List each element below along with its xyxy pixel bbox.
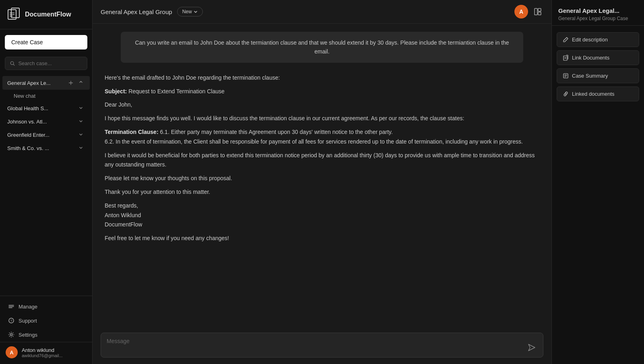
send-button[interactable] (526, 342, 537, 353)
edit-icon (563, 37, 569, 43)
email-subject: Subject: Request to Extend Termination C… (105, 87, 539, 97)
manage-nav-item[interactable]: Manage (2, 300, 90, 313)
email-body-4: Thank you for your attention to this mat… (105, 187, 539, 197)
search-icon (10, 61, 15, 66)
assistant-intro: Here's the email drafted to John Doe reg… (105, 73, 539, 83)
add-chat-button-general-apex[interactable] (66, 79, 75, 86)
user-name: Anton wiklund (22, 347, 63, 353)
edit-description-label: Edit description (572, 37, 608, 43)
case-name-global-health: Global Health S... (7, 105, 48, 111)
chat-area: Can you write an email to John Doe about… (93, 24, 551, 326)
layout-icon (534, 8, 542, 16)
sidebar: DocumentFlow Create Case General Apex Le… (0, 0, 93, 364)
svg-rect-17 (538, 12, 541, 15)
status-label: New (182, 9, 192, 14)
link-documents-label: Link Documents (572, 55, 609, 61)
case-name-greenfield: Greenfield Enter... (7, 132, 50, 138)
svg-rect-15 (535, 8, 537, 15)
case-name-smith: Smith & Co. vs. ... (7, 145, 49, 151)
search-input[interactable] (18, 60, 82, 66)
input-area (93, 326, 551, 364)
layout-toggle-button[interactable] (532, 6, 543, 17)
support-nav-item[interactable]: ? Support (2, 314, 90, 327)
expand-button-global-health[interactable] (77, 105, 85, 111)
right-panel-subtitle: General Apex Legal Group Case (558, 16, 638, 21)
email-body-1: I hope this message finds you well. I wo… (105, 114, 539, 123)
right-panel-title: General Apex Legal... (558, 7, 638, 14)
header-avatar[interactable]: A (514, 5, 528, 19)
termination-clause: Termination Clause: 6.1. Either party ma… (105, 128, 539, 147)
sig-company: DocumentFlow (105, 221, 142, 228)
create-case-label: Create Case (11, 39, 43, 45)
support-icon: ? (8, 317, 14, 324)
chevron-down-icon (194, 10, 198, 14)
chat-title: General Apex Legal Group (101, 8, 172, 15)
case-list: General Apex Le... New chat Global Healt… (0, 74, 92, 296)
sidebar-bottom: Manage ? Support Settings A Anton wiklun… (0, 296, 92, 364)
user-message: Can you write an email to John Doe about… (121, 32, 523, 63)
subject-label: Subject: (105, 88, 127, 95)
expand-button-greenfield[interactable] (77, 132, 85, 138)
termination-6-1: 6.1. Either party may terminate this Agr… (160, 129, 392, 135)
case-summary-button[interactable]: Case Summary (557, 68, 639, 83)
svg-line-6 (13, 64, 14, 65)
manage-label: Manage (19, 304, 37, 310)
svg-text:?: ? (10, 319, 12, 323)
svg-rect-16 (538, 8, 541, 11)
termination-6-2: 6.2. In the event of termination, the Cl… (105, 138, 523, 145)
send-icon (528, 343, 536, 352)
link-doc-icon (563, 55, 569, 61)
user-email: awiklund76@gmail... (22, 353, 63, 358)
app-name: DocumentFlow (25, 11, 71, 18)
link-documents-button[interactable]: Link Documents (557, 50, 639, 65)
status-badge[interactable]: New (177, 7, 203, 16)
case-item-greenfield[interactable]: Greenfield Enter... (2, 128, 90, 141)
case-name-johnson: Johnson vs. Atl... (7, 119, 47, 125)
sub-item-label: New chat (14, 93, 35, 99)
termination-label: Termination Clause: (105, 129, 159, 135)
assistant-message: Here's the email drafted to John Doe reg… (105, 69, 539, 247)
summary-icon (563, 73, 569, 79)
case-item-general-apex[interactable]: General Apex Le... (2, 76, 90, 90)
main-content: General Apex Legal Group New A (93, 0, 551, 364)
right-panel: General Apex Legal... General Apex Legal… (551, 0, 644, 364)
case-item-global-health[interactable]: Global Health S... (2, 102, 90, 115)
case-item-smith[interactable]: Smith & Co. vs. ... (2, 142, 90, 154)
settings-nav-item[interactable]: Settings (2, 328, 90, 341)
chat-header: General Apex Legal Group New A (93, 0, 551, 24)
right-panel-actions: Edit description Link Documents Case Sum… (552, 26, 644, 108)
sub-item-new-chat[interactable]: New chat (2, 90, 90, 101)
right-panel-header: General Apex Legal... General Apex Legal… (552, 0, 644, 26)
email-closing: Best regards, Anton Wiklund DocumentFlow (105, 201, 539, 230)
settings-label: Settings (19, 332, 37, 338)
case-item-johnson[interactable]: Johnson vs. Atl... (2, 115, 90, 128)
support-label: Support (19, 318, 37, 324)
svg-point-14 (10, 334, 12, 336)
case-name-general-apex: General Apex Le... (7, 80, 51, 86)
logo-icon (6, 7, 21, 22)
linked-documents-button[interactable]: Linked documents (557, 86, 639, 101)
sig-name: Anton Wiklund (105, 212, 141, 218)
message-input[interactable] (107, 337, 522, 353)
expand-button-johnson[interactable] (77, 118, 85, 125)
create-case-button[interactable]: Create Case (5, 35, 87, 49)
user-avatar: A (6, 346, 18, 358)
settings-icon (8, 331, 14, 338)
chain-icon (563, 91, 569, 97)
collapse-button-general-apex[interactable] (77, 80, 85, 86)
search-box[interactable] (5, 57, 87, 70)
email-body-2: I believe it would be beneficial for bot… (105, 151, 539, 170)
case-summary-label: Case Summary (572, 73, 608, 79)
email-salutation: Dear John, (105, 100, 539, 110)
linked-documents-label: Linked documents (572, 91, 615, 97)
subject-value: Request to Extend Termination Clause (128, 88, 225, 95)
message-input-container (101, 333, 543, 358)
email-body-3: Please let me know your thoughts on this… (105, 174, 539, 183)
email-footer: Feel free to let me know if you need any… (105, 234, 539, 243)
app-logo: DocumentFlow (0, 0, 92, 29)
edit-description-button[interactable]: Edit description (557, 32, 639, 47)
user-section[interactable]: A Anton wiklund awiklund76@gmail... (0, 342, 92, 362)
manage-icon (8, 303, 14, 310)
expand-button-smith[interactable] (77, 145, 85, 151)
